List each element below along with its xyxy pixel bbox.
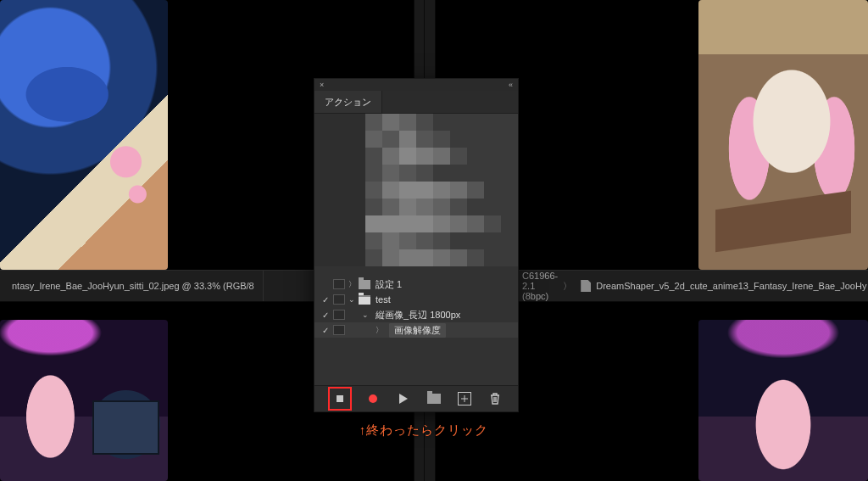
chevron-down-icon[interactable]: ⌄ — [360, 310, 370, 319]
action-label: 縦画像_長辺 1800px — [376, 309, 460, 322]
canvas-image-top-right — [698, 0, 868, 270]
dialog-toggle[interactable] — [333, 325, 345, 335]
redacted-region — [314, 114, 518, 275]
document-tabbar-left: ntasy_Irene_Bae_JooHyun_sitti_02.jpeg @ … — [0, 270, 322, 302]
dialog-toggle[interactable] — [333, 294, 345, 305]
chevron-down-icon[interactable]: ⌄ — [347, 295, 357, 304]
new-action-set-button[interactable] — [427, 394, 441, 404]
action-row[interactable]: ✓ ⌄ 縦画像_長辺 1800px — [314, 307, 518, 322]
actions-tree: 〉 設定 1 ✓ ⌄ test ✓ ⌄ 縦画像_長辺 1800px ✓ — [314, 277, 518, 338]
action-set-row[interactable]: 〉 設定 1 — [314, 277, 518, 292]
document-tabbar-right: C61966-2.1 (8bpc) 〉 DreamShaper_v5_2d_cu… — [517, 270, 868, 302]
panel-footer — [314, 385, 518, 411]
highlight-box — [328, 387, 352, 411]
color-profile-tail: C61966-2.1 (8bpc) — [522, 271, 558, 301]
action-set-label: 設定 1 — [376, 278, 402, 291]
document-tab[interactable]: ntasy_Irene_Bae_JooHyun_sitti_02.jpeg @ … — [3, 271, 264, 301]
toggle-checkbox[interactable]: ✓ — [320, 326, 331, 335]
toggle-checkbox[interactable]: ✓ — [320, 295, 331, 305]
stop-recording-button[interactable] — [331, 389, 349, 408]
tab-actions[interactable]: アクション — [314, 91, 382, 113]
chevron-right-icon[interactable]: 〉 — [347, 279, 357, 290]
panel-body: 〉 設定 1 ✓ ⌄ test ✓ ⌄ 縦画像_長辺 1800px ✓ — [314, 114, 518, 385]
folder-open-icon — [359, 295, 370, 305]
action-step-label: 画像解像度 — [389, 323, 446, 338]
dialog-toggle[interactable] — [333, 279, 345, 289]
chevron-right-icon[interactable]: 〉 — [374, 325, 384, 336]
document-tab-label: DreamShaper_v5_2d_cute_anime13_Fantasy_I… — [596, 281, 866, 291]
canvas-image-bottom-right — [698, 320, 868, 481]
begin-recording-button[interactable] — [366, 392, 380, 405]
panel-tabs: アクション — [314, 91, 518, 114]
dialog-toggle[interactable] — [333, 310, 345, 320]
canvas-image-bottom-left — [0, 320, 168, 481]
action-set-label: test — [376, 294, 391, 305]
document-icon — [581, 280, 591, 292]
action-set-row[interactable]: ✓ ⌄ test — [314, 292, 518, 307]
chevron-right-icon: 〉 — [563, 280, 572, 293]
canvas-image-top-left — [0, 0, 168, 270]
panel-header: × « — [314, 79, 518, 91]
new-action-button[interactable] — [458, 392, 471, 405]
collapse-icon[interactable]: « — [509, 81, 513, 89]
annotation-text: ↑終わったらクリック — [314, 422, 534, 439]
folder-icon — [359, 280, 370, 289]
actions-panel: × « アクション — [314, 78, 519, 412]
toggle-checkbox[interactable]: ✓ — [320, 310, 331, 320]
delete-button[interactable] — [488, 392, 502, 405]
document-tab[interactable]: DreamShaper_v5_2d_cute_anime13_Fantasy_I… — [572, 271, 868, 301]
play-action-button[interactable] — [397, 392, 410, 405]
tab-label: アクション — [325, 96, 371, 109]
close-icon[interactable]: × — [320, 81, 324, 89]
document-tab-label: ntasy_Irene_Bae_JooHyun_sitti_02.jpeg @ … — [12, 281, 254, 291]
action-step-row[interactable]: ✓ 〉 画像解像度 — [314, 322, 518, 338]
